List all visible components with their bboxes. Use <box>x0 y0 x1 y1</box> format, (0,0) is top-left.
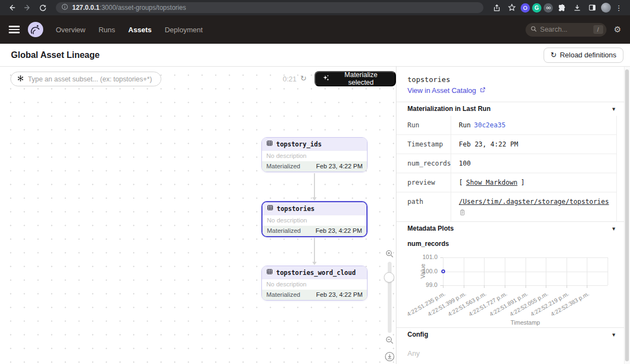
view-in-asset-catalog-link[interactable]: View in Asset Catalog <box>407 86 486 95</box>
nav-tab-overview[interactable]: Overview <box>56 26 85 34</box>
nav-tab-deployment[interactable]: Deployment <box>165 26 202 34</box>
materialization-table: Run Run 30c2ea35 Timestamp Feb 23, 4:22 … <box>396 116 617 221</box>
caret-down-icon: ▾ <box>612 225 615 232</box>
url-bar[interactable]: 127.0.0.1:3000/asset-groups/topstories <box>56 2 483 13</box>
chart-xtitle: Timestamp <box>504 319 547 326</box>
asset-node-topstories-word-cloud[interactable]: topstories_word_cloud No description Mat… <box>261 266 368 301</box>
chart-tick <box>464 285 464 288</box>
profile-avatar[interactable] <box>601 3 611 13</box>
chart-ylab: 101.0 <box>396 254 438 260</box>
search-input[interactable] <box>540 26 590 33</box>
node-status-row: MaterializedFeb 23, 4:22 PM <box>262 226 366 236</box>
lineage-edge <box>314 173 315 197</box>
chart-gl <box>526 257 526 285</box>
external-link-icon <box>480 86 486 95</box>
asset-node-topstories[interactable]: topstories No description MaterializedFe… <box>261 201 368 237</box>
asset-details-sidebar: topstories View in Asset Catalog Materia… <box>396 67 630 364</box>
reload-definitions-button[interactable]: ↻ Reload definitions <box>544 48 623 63</box>
sidebar-scrollbar[interactable] <box>624 67 630 364</box>
chart-tick <box>484 285 485 288</box>
chart-tick <box>505 285 505 288</box>
chart-gl <box>505 257 505 285</box>
nav-tabs: Overview Runs Assets Deployment <box>56 26 203 34</box>
asset-subset-filter[interactable] <box>10 72 161 86</box>
hamburger-menu-icon[interactable] <box>9 26 20 33</box>
browser-chrome: 127.0.0.1:3000/asset-groups/topstories G… <box>0 0 630 15</box>
materialize-selected-button[interactable]: Materialize selected <box>314 71 396 86</box>
timer-refresh-icon[interactable]: ↻ <box>300 74 307 83</box>
table-grid-icon <box>267 204 273 213</box>
extension-1password-icon[interactable] <box>521 3 530 13</box>
chart-vlab: Value <box>419 260 426 282</box>
refresh-icon: ↻ <box>551 51 557 59</box>
caret-down-icon: ▾ <box>612 331 615 338</box>
chart-gl <box>587 257 587 285</box>
chart-tick <box>587 285 587 288</box>
chrome-menu-icon[interactable]: ⋮ <box>613 4 625 12</box>
materialize-timer: 0:21 <box>283 75 296 83</box>
search-shortcut-badge: / <box>593 25 603 34</box>
lineage-edge <box>314 238 315 262</box>
chart-ylab: 99.0 <box>396 281 438 288</box>
metadata-plot-chart: 101.0100.099.04:22:51.235 p.m.4:22:51.39… <box>396 250 624 327</box>
table-row: path /Users/tim/.dagster/storage/topstor… <box>396 192 616 221</box>
section-materialization-last-run[interactable]: Materialization in Last Run ▾ <box>396 102 624 116</box>
chart-gl <box>567 257 567 285</box>
table-row: preview [Show Markdown] <box>396 173 616 192</box>
back-icon[interactable] <box>5 2 19 14</box>
asset-subset-input[interactable] <box>28 75 155 83</box>
chart-gl <box>546 257 546 285</box>
share-icon[interactable] <box>490 2 503 14</box>
asset-node-topstory-ids[interactable]: topstory_ids No description Materialized… <box>261 137 368 172</box>
settings-gear-icon[interactable]: ⚙ <box>614 25 621 34</box>
section-metadata-plots[interactable]: Metadata Plots ▾ <box>396 221 624 236</box>
bookmark-star-icon[interactable] <box>505 2 518 14</box>
page-title: Global Asset Lineage <box>11 50 100 60</box>
reload-icon[interactable] <box>36 2 49 14</box>
table-grid-icon <box>266 140 273 148</box>
chart-gl <box>464 257 464 285</box>
zoom-to-fit-icon[interactable] <box>384 351 395 364</box>
downloads-icon[interactable] <box>570 2 584 14</box>
chart-tick <box>443 285 444 288</box>
search-box[interactable]: / <box>526 23 606 37</box>
table-row: num_records 100 <box>396 154 616 173</box>
show-markdown-link[interactable]: Show Markdown <box>466 179 517 186</box>
page-header: Global Asset Lineage ↻ Reload definition… <box>0 44 630 67</box>
extension-glasses-icon[interactable] <box>544 3 553 13</box>
path-link[interactable]: /Users/tim/.dagster/storage/topstories <box>459 198 609 206</box>
nav-tab-runs[interactable]: Runs <box>98 26 115 34</box>
url-text: 127.0.0.1:3000/asset-groups/topstories <box>72 4 186 11</box>
site-info-icon[interactable] <box>61 3 68 13</box>
extensions-puzzle-icon[interactable] <box>555 2 568 14</box>
forward-icon[interactable] <box>21 2 34 14</box>
chart-pt <box>441 269 445 273</box>
node-description: No description <box>262 279 367 290</box>
run-id-link[interactable]: 30c2ea35 <box>474 121 506 129</box>
table-row: Timestamp Feb 23, 4:22 PM <box>396 135 616 154</box>
chart-tick <box>567 285 567 288</box>
chart-ylab: 100.0 <box>396 268 438 274</box>
node-status-row: MaterializedFeb 23, 4:22 PM <box>262 161 367 172</box>
zoom-in-icon[interactable] <box>385 249 394 261</box>
chart-gl <box>484 257 485 285</box>
scrollbar-thumb[interactable] <box>625 69 629 361</box>
side-panel-icon[interactable] <box>586 2 599 14</box>
chart-gl <box>608 257 608 285</box>
asset-lineage-graph: 0:21 ↻ Materialize selected topstory_ids… <box>0 67 396 364</box>
sparkle-icon <box>322 74 330 84</box>
node-status-row: MaterializedFeb 23, 4:22 PM <box>262 290 367 300</box>
node-description: No description <box>262 150 367 161</box>
node-description: No description <box>262 215 366 226</box>
nav-tab-assets[interactable]: Assets <box>129 26 152 34</box>
table-row: Run Run 30c2ea35 <box>396 116 616 135</box>
caret-down-icon: ▾ <box>612 105 615 113</box>
config-value: Any <box>396 342 624 364</box>
copy-icon[interactable] <box>459 209 466 216</box>
dagster-logo[interactable] <box>27 21 44 38</box>
extension-grammarly-icon[interactable]: G <box>532 3 541 13</box>
asset-subset-icon <box>17 74 24 84</box>
chart-tick <box>546 285 546 288</box>
zoom-slider-handle[interactable] <box>384 272 394 283</box>
plot-title: num_records <box>396 236 624 250</box>
